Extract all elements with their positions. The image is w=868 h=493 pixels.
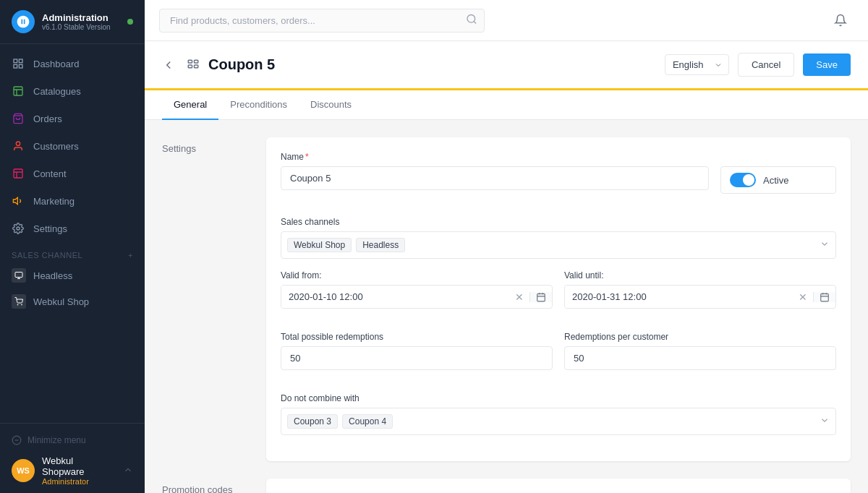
online-indicator — [127, 19, 133, 25]
orders-icon — [12, 112, 25, 125]
app-logo — [12, 10, 35, 33]
promo-codes-section-label: Promotion codes — [162, 479, 249, 493]
sales-channel-tag-headless: Headless — [356, 238, 405, 252]
do-not-combine-chevron — [820, 416, 830, 428]
catalogue-icon — [12, 85, 25, 98]
svg-point-17 — [467, 15, 475, 23]
total-redemptions-input[interactable] — [281, 346, 553, 370]
valid-until-label: Valid until: — [564, 270, 836, 280]
sidebar-item-orders[interactable]: Orders — [0, 105, 145, 132]
user-info: WS Webkul Shopware Administrator — [12, 450, 133, 486]
search-box — [159, 9, 485, 33]
content-icon — [12, 167, 25, 180]
settings-card: Name* Active Active Sales channels — [266, 137, 851, 461]
search-input[interactable] — [159, 9, 485, 33]
app-title: Administration — [42, 12, 111, 24]
sidebar-item-marketing-label: Marketing — [33, 196, 75, 207]
do-not-combine-input[interactable]: Coupon 3 Coupon 4 — [281, 408, 836, 435]
sidebar-item-catalogues-label: Catalogues — [33, 86, 81, 97]
active-toggle-label: Active — [763, 175, 788, 186]
add-channel-icon[interactable]: + — [128, 251, 133, 260]
sales-channel-section: Sales Channel + — [0, 242, 145, 262]
valid-until-clear[interactable]: ✕ — [793, 291, 813, 303]
svg-rect-10 — [15, 273, 22, 278]
svg-rect-20 — [195, 60, 198, 63]
valid-from-clear[interactable]: ✕ — [509, 291, 529, 303]
promo-codes-card: Promotion code required General promotio… — [266, 479, 851, 493]
settings-icon — [12, 222, 25, 235]
svg-rect-3 — [14, 64, 17, 68]
name-label: Name* — [281, 152, 709, 162]
back-button[interactable] — [162, 59, 175, 72]
sidebar-item-marketing[interactable]: Marketing — [0, 187, 145, 215]
sidebar-item-customers-label: Customers — [33, 141, 79, 152]
page-title: Coupon 5 — [208, 56, 656, 73]
do-not-combine-group: Do not combine with Coupon 3 Coupon 4 — [281, 393, 836, 435]
sidebar-item-content[interactable]: Content — [0, 160, 145, 187]
svg-point-6 — [16, 142, 20, 145]
svg-point-13 — [17, 304, 18, 305]
sidebar-item-catalogues[interactable]: Catalogues — [0, 77, 145, 105]
per-customer-input[interactable] — [564, 346, 836, 370]
sidebar-item-dashboard-label: Dashboard — [33, 59, 80, 69]
sidebar-item-content-label: Content — [33, 168, 67, 179]
language-select[interactable]: English German — [665, 54, 729, 75]
svg-rect-23 — [537, 293, 545, 301]
valid-until-input[interactable] — [565, 286, 793, 308]
svg-point-14 — [22, 304, 22, 305]
svg-rect-1 — [19, 59, 22, 63]
promo-codes-body: Promotion codes Promotion code required … — [145, 479, 868, 493]
valid-until-calendar[interactable] — [813, 292, 835, 302]
required-indicator: * — [305, 152, 309, 162]
sidebar: Administration v6.1.0 Stable Version Das… — [0, 0, 145, 493]
sidebar-item-settings-label: Settings — [33, 223, 67, 234]
valid-from-label: Valid from: — [281, 270, 553, 280]
name-input[interactable] — [281, 166, 709, 190]
sales-channel-tag-webkul: Webkul Shop — [287, 238, 352, 252]
sales-channels-label: Sales channels — [281, 217, 836, 227]
valid-from-input[interactable] — [281, 286, 509, 308]
sidebar-item-customers[interactable]: Customers — [0, 132, 145, 160]
webkul-shop-label: Webkul Shop — [33, 296, 89, 307]
settings-section-label: Settings — [162, 137, 249, 461]
svg-rect-21 — [188, 65, 192, 68]
do-not-combine-label: Do not combine with — [281, 393, 836, 403]
tab-preconditions[interactable]: Preconditions — [218, 90, 299, 120]
topbar — [145, 0, 868, 41]
history-button[interactable] — [187, 59, 200, 72]
page-scroll: Coupon 5 English German Cancel Save Gene… — [145, 41, 868, 493]
page-tabs: General Preconditions Discounts — [145, 90, 868, 120]
cancel-button[interactable]: Cancel — [738, 53, 794, 77]
marketing-icon — [12, 194, 25, 207]
page-header: Coupon 5 English German Cancel Save — [145, 41, 868, 90]
user-menu-chevron[interactable] — [123, 465, 133, 477]
page-body: Settings Name* Active Active — [145, 120, 868, 479]
headless-channel-icon — [12, 268, 26, 283]
sidebar-item-dashboard[interactable]: Dashboard — [0, 50, 145, 77]
minimize-menu-button[interactable]: Minimize menu — [12, 431, 133, 450]
sidebar-item-webkul-shop[interactable]: Webkul Shop — [0, 288, 145, 314]
sales-channels-input[interactable]: Webkul Shop Headless — [281, 231, 836, 259]
valid-until-input-wrap: ✕ — [564, 285, 836, 309]
headless-label: Headless — [33, 270, 72, 281]
tab-general[interactable]: General — [162, 90, 218, 120]
webkul-shop-channel-icon — [12, 294, 26, 309]
valid-from-calendar[interactable] — [529, 292, 552, 302]
combine-tag-coupon3: Coupon 3 — [287, 414, 338, 429]
tab-discounts[interactable]: Discounts — [299, 90, 363, 120]
active-toggle[interactable] — [730, 173, 756, 187]
svg-rect-4 — [14, 87, 22, 95]
dashboard-icon — [12, 57, 25, 70]
search-icon — [466, 14, 477, 27]
sales-channels-group: Sales channels Webkul Shop Headless — [281, 217, 836, 259]
notification-button[interactable] — [827, 7, 854, 33]
sidebar-nav: Dashboard Catalogues Orders Customers Co… — [0, 44, 145, 423]
save-button[interactable]: Save — [803, 53, 851, 76]
sidebar-item-settings[interactable]: Settings — [0, 215, 145, 242]
svg-point-9 — [17, 227, 20, 230]
total-redemptions-label: Total possible redemptions — [281, 332, 553, 342]
sidebar-item-headless[interactable]: Headless — [0, 262, 145, 288]
main-content: Coupon 5 English German Cancel Save Gene… — [145, 0, 868, 493]
user-role: Administrator — [42, 477, 116, 486]
svg-rect-7 — [14, 169, 22, 178]
